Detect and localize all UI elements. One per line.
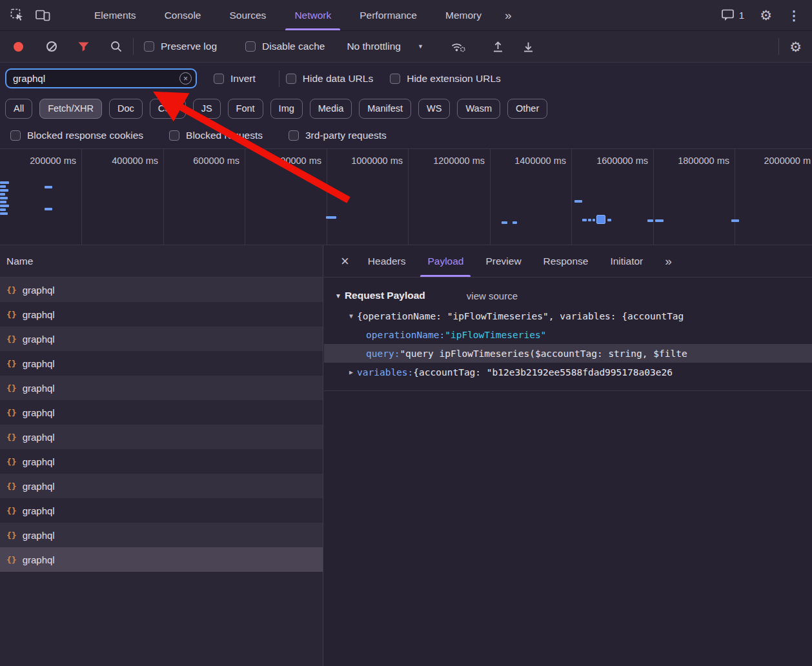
- network-overview-timeline[interactable]: 200000 ms 400000 ms 600000 ms 800000 ms …: [0, 149, 812, 245]
- type-pill-js[interactable]: JS: [193, 99, 221, 119]
- network-waterfall-bar[interactable]: [0, 181, 9, 184]
- type-pill-img[interactable]: Img: [270, 99, 303, 119]
- more-panels-icon[interactable]: »: [496, 0, 521, 30]
- inspect-element-icon[interactable]: [10, 8, 24, 22]
- network-waterfall-bar[interactable]: [502, 221, 507, 224]
- request-row[interactable]: {}graphql: [0, 278, 323, 302]
- third-party-checkbox[interactable]: [289, 130, 299, 141]
- request-row-selected[interactable]: {}graphql: [0, 547, 323, 572]
- settings-gear-icon[interactable]: ⚙: [760, 8, 772, 22]
- network-conditions-icon[interactable]: [451, 41, 466, 53]
- json-braces-icon: {}: [6, 457, 17, 467]
- request-row[interactable]: {}graphql: [0, 376, 323, 400]
- network-waterfall-bar[interactable]: [582, 219, 587, 221]
- network-waterfall-bar[interactable]: [0, 212, 8, 215]
- messages-count-badge: 1: [739, 10, 744, 21]
- preserve-log-checkbox[interactable]: [144, 41, 154, 52]
- network-waterfall-bar[interactable]: [45, 186, 52, 188]
- customize-menu-icon[interactable]: ⋮: [787, 9, 800, 22]
- entry-disclosure-icon[interactable]: ▶: [347, 368, 356, 376]
- console-messages-button[interactable]: 1: [722, 9, 744, 21]
- tab-performance[interactable]: Performance: [345, 0, 431, 30]
- request-row[interactable]: {}graphql: [0, 474, 323, 498]
- network-waterfall-bar[interactable]: [588, 219, 591, 221]
- network-waterfall-bar[interactable]: [513, 221, 517, 224]
- type-pill-doc[interactable]: Doc: [109, 99, 143, 119]
- section-disclosure-icon[interactable]: ▼: [335, 292, 341, 299]
- payload-entry-row[interactable]: ▶ variables: {accountTag: "b12e3b2192ee5…: [324, 363, 812, 381]
- view-source-link[interactable]: view source: [467, 290, 518, 301]
- waterfall-selected-request[interactable]: [596, 215, 605, 224]
- payload-root-row[interactable]: ▼ {operationName: "ipFlowTimeseries", va…: [324, 307, 812, 325]
- type-pill-ws[interactable]: WS: [418, 99, 450, 119]
- network-waterfall-bar[interactable]: [0, 185, 6, 188]
- network-waterfall-bar[interactable]: [0, 197, 8, 199]
- request-row[interactable]: {}graphql: [0, 327, 323, 351]
- type-pill-other[interactable]: Other: [507, 99, 547, 119]
- tab-console[interactable]: Console: [150, 0, 216, 30]
- record-network-log-button[interactable]: [14, 42, 23, 52]
- network-settings-gear-icon[interactable]: ⚙: [789, 40, 802, 54]
- network-waterfall-bar[interactable]: [0, 193, 5, 196]
- detail-tab-initiator[interactable]: Initiator: [599, 245, 654, 277]
- export-har-icon[interactable]: [522, 41, 534, 53]
- blocked-requests-checkbox[interactable]: [169, 130, 179, 141]
- detail-tab-response[interactable]: Response: [533, 245, 600, 277]
- json-braces-icon: {}: [6, 383, 17, 393]
- tab-network[interactable]: Network: [280, 0, 345, 30]
- detail-tab-headers[interactable]: Headers: [357, 245, 417, 277]
- detail-tab-preview[interactable]: Preview: [474, 245, 532, 277]
- clear-filter-icon[interactable]: ×: [179, 72, 192, 85]
- network-waterfall-bar[interactable]: [574, 200, 582, 203]
- root-disclosure-icon[interactable]: ▼: [347, 312, 356, 319]
- type-pill-all[interactable]: All: [5, 99, 32, 119]
- type-pill-media[interactable]: Media: [310, 99, 352, 119]
- network-waterfall-bar[interactable]: [45, 208, 52, 210]
- tab-sources[interactable]: Sources: [216, 0, 281, 30]
- invert-checkbox[interactable]: [214, 74, 224, 84]
- request-row[interactable]: {}graphql: [0, 498, 323, 523]
- type-pill-manifest[interactable]: Manifest: [359, 99, 411, 119]
- filter-input[interactable]: [5, 68, 197, 88]
- type-pill-wasm[interactable]: Wasm: [457, 99, 500, 119]
- hide-extension-urls-checkbox[interactable]: [390, 74, 400, 84]
- tab-elements[interactable]: Elements: [80, 0, 150, 30]
- network-waterfall-bar[interactable]: [0, 208, 6, 211]
- device-toolbar-icon[interactable]: [36, 9, 50, 21]
- hide-data-urls-checkbox[interactable]: [286, 74, 296, 84]
- filter-funnel-icon[interactable]: [77, 41, 90, 52]
- request-row[interactable]: {}graphql: [0, 400, 323, 425]
- type-pill-fetch-xhr[interactable]: Fetch/XHR: [39, 99, 102, 119]
- disable-cache-checkbox[interactable]: [245, 41, 256, 52]
- request-row[interactable]: {}graphql: [0, 449, 323, 474]
- type-pill-css[interactable]: CSS: [150, 99, 186, 119]
- tab-memory[interactable]: Memory: [431, 0, 496, 30]
- more-detail-tabs-icon[interactable]: »: [654, 245, 683, 277]
- network-waterfall-bar[interactable]: [647, 219, 653, 222]
- payload-entry-row-selected[interactable]: query: "query ipFlowTimeseries($accountT…: [324, 344, 812, 363]
- search-icon[interactable]: [110, 41, 123, 53]
- network-waterfall-bar[interactable]: [0, 189, 8, 192]
- request-row[interactable]: {}graphql: [0, 351, 323, 376]
- payload-entry-row[interactable]: operationName: "ipFlowTimeseries": [324, 325, 812, 344]
- close-detail-icon[interactable]: ×: [333, 245, 357, 277]
- throttling-select[interactable]: No throttling ▼: [347, 41, 423, 52]
- clear-network-log-button[interactable]: [46, 41, 57, 52]
- network-waterfall-bar[interactable]: [0, 205, 9, 207]
- type-pill-font[interactable]: Font: [228, 99, 263, 119]
- network-waterfall-bar[interactable]: [0, 201, 6, 203]
- disable-cache-label: Disable cache: [262, 41, 325, 52]
- network-waterfall-bar[interactable]: [593, 219, 595, 221]
- blocked-cookies-checkbox[interactable]: [10, 130, 21, 141]
- network-waterfall-bar[interactable]: [655, 219, 664, 222]
- network-waterfall-bar[interactable]: [607, 219, 611, 221]
- import-har-icon[interactable]: [492, 41, 504, 53]
- request-row[interactable]: {}graphql: [0, 302, 323, 327]
- network-waterfall-bar[interactable]: [731, 219, 739, 222]
- request-row[interactable]: {}graphql: [0, 523, 323, 547]
- name-column-header[interactable]: Name: [0, 245, 323, 278]
- network-waterfall-bar[interactable]: [326, 216, 336, 219]
- detail-tab-payload[interactable]: Payload: [416, 245, 474, 277]
- json-braces-icon: {}: [6, 285, 17, 295]
- request-row[interactable]: {}graphql: [0, 425, 323, 449]
